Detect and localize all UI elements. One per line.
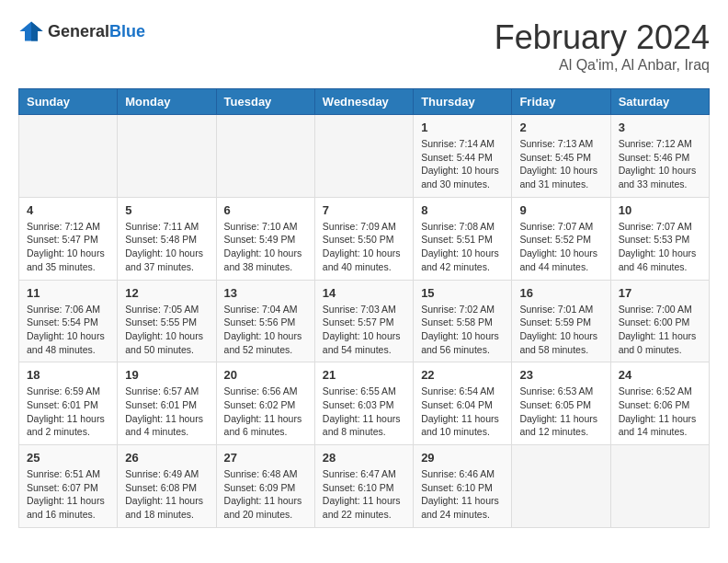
weekday-header-row: SundayMondayTuesdayWednesdayThursdayFrid… — [19, 89, 710, 115]
day-info: Sunrise: 7:00 AMSunset: 6:00 PMDaylight:… — [619, 303, 701, 357]
calendar-cell: 15Sunrise: 7:02 AMSunset: 5:58 PMDayligh… — [414, 280, 512, 362]
calendar-cell: 22Sunrise: 6:54 AMSunset: 6:04 PMDayligh… — [414, 362, 512, 445]
day-number: 23 — [519, 368, 602, 382]
day-info: Sunrise: 7:07 AMSunset: 5:53 PMDaylight:… — [619, 220, 701, 274]
calendar-cell: 12Sunrise: 7:05 AMSunset: 5:55 PMDayligh… — [118, 280, 216, 362]
calendar-cell: 17Sunrise: 7:00 AMSunset: 6:00 PMDayligh… — [610, 280, 709, 362]
calendar-cell: 5Sunrise: 7:11 AMSunset: 5:48 PMDaylight… — [118, 197, 216, 280]
day-info: Sunrise: 7:03 AMSunset: 5:57 PMDaylight:… — [323, 303, 405, 357]
day-number: 10 — [619, 203, 701, 217]
calendar-cell: 28Sunrise: 6:47 AMSunset: 6:10 PMDayligh… — [314, 445, 413, 528]
day-info: Sunrise: 6:52 AMSunset: 6:06 PMDaylight:… — [619, 385, 701, 439]
day-info: Sunrise: 7:04 AMSunset: 5:56 PMDaylight:… — [224, 303, 307, 357]
calendar-week-1: 1Sunrise: 7:14 AMSunset: 5:44 PMDaylight… — [19, 115, 710, 198]
calendar-cell: 7Sunrise: 7:09 AMSunset: 5:50 PMDaylight… — [314, 197, 413, 280]
day-info: Sunrise: 6:47 AMSunset: 6:10 PMDaylight:… — [323, 467, 405, 522]
month-title: February 2024 — [495, 18, 710, 57]
day-number: 29 — [421, 451, 504, 465]
calendar-cell — [512, 445, 610, 528]
day-info: Sunrise: 6:46 AMSunset: 6:10 PMDaylight:… — [421, 467, 504, 522]
calendar-week-2: 4Sunrise: 7:12 AMSunset: 5:47 PMDaylight… — [19, 197, 710, 280]
weekday-header-sunday: Sunday — [19, 89, 118, 115]
calendar-week-4: 18Sunrise: 6:59 AMSunset: 6:01 PMDayligh… — [19, 362, 710, 445]
calendar-cell — [610, 445, 709, 528]
calendar-cell: 6Sunrise: 7:10 AMSunset: 5:49 PMDaylight… — [216, 197, 314, 280]
day-number: 16 — [519, 286, 602, 300]
day-info: Sunrise: 6:56 AMSunset: 6:02 PMDaylight:… — [224, 385, 307, 439]
logo-icon — [18, 18, 44, 44]
day-number: 24 — [619, 368, 701, 382]
day-info: Sunrise: 6:54 AMSunset: 6:04 PMDaylight:… — [421, 385, 504, 439]
day-info: Sunrise: 6:51 AMSunset: 6:07 PMDaylight:… — [27, 467, 109, 522]
weekday-header-monday: Monday — [118, 89, 216, 115]
day-info: Sunrise: 7:07 AMSunset: 5:52 PMDaylight:… — [519, 220, 602, 274]
day-number: 5 — [125, 203, 208, 217]
day-number: 25 — [27, 451, 109, 465]
day-number: 20 — [224, 368, 307, 382]
calendar-cell: 3Sunrise: 7:12 AMSunset: 5:46 PMDaylight… — [610, 115, 709, 198]
day-info: Sunrise: 6:59 AMSunset: 6:01 PMDaylight:… — [27, 385, 109, 439]
day-info: Sunrise: 7:14 AMSunset: 5:44 PMDaylight:… — [421, 137, 504, 191]
calendar-cell: 14Sunrise: 7:03 AMSunset: 5:57 PMDayligh… — [314, 280, 413, 362]
day-number: 12 — [125, 286, 208, 300]
logo: GeneralBlue — [18, 18, 145, 44]
day-number: 17 — [619, 286, 701, 300]
day-info: Sunrise: 7:05 AMSunset: 5:55 PMDaylight:… — [125, 303, 208, 357]
weekday-header-friday: Friday — [512, 89, 610, 115]
calendar-cell: 24Sunrise: 6:52 AMSunset: 6:06 PMDayligh… — [610, 362, 709, 445]
day-number: 18 — [27, 368, 109, 382]
day-number: 9 — [519, 203, 602, 217]
calendar-cell — [19, 115, 118, 198]
location-subtitle: Al Qa'im, Al Anbar, Iraq — [495, 57, 710, 74]
day-info: Sunrise: 7:01 AMSunset: 5:59 PMDaylight:… — [519, 303, 602, 357]
day-number: 21 — [323, 368, 405, 382]
day-number: 8 — [421, 203, 504, 217]
day-info: Sunrise: 6:48 AMSunset: 6:09 PMDaylight:… — [224, 467, 307, 522]
day-number: 7 — [323, 203, 405, 217]
calendar-cell: 27Sunrise: 6:48 AMSunset: 6:09 PMDayligh… — [216, 445, 314, 528]
calendar-cell: 29Sunrise: 6:46 AMSunset: 6:10 PMDayligh… — [414, 445, 512, 528]
day-number: 28 — [323, 451, 405, 465]
calendar-cell: 21Sunrise: 6:55 AMSunset: 6:03 PMDayligh… — [314, 362, 413, 445]
weekday-header-saturday: Saturday — [610, 89, 709, 115]
calendar-cell: 26Sunrise: 6:49 AMSunset: 6:08 PMDayligh… — [118, 445, 216, 528]
day-number: 3 — [619, 121, 701, 134]
calendar-cell: 4Sunrise: 7:12 AMSunset: 5:47 PMDaylight… — [19, 197, 118, 280]
page-header: GeneralBlue February 2024 Al Qa'im, Al A… — [18, 18, 710, 74]
svg-marker-1 — [31, 22, 43, 41]
day-info: Sunrise: 6:57 AMSunset: 6:01 PMDaylight:… — [125, 385, 208, 439]
day-info: Sunrise: 6:53 AMSunset: 6:05 PMDaylight:… — [519, 385, 602, 439]
calendar-cell: 1Sunrise: 7:14 AMSunset: 5:44 PMDaylight… — [414, 115, 512, 198]
calendar-cell — [216, 115, 314, 198]
calendar-cell: 20Sunrise: 6:56 AMSunset: 6:02 PMDayligh… — [216, 362, 314, 445]
day-number: 19 — [125, 368, 208, 382]
day-info: Sunrise: 7:12 AMSunset: 5:47 PMDaylight:… — [27, 220, 109, 274]
calendar-cell: 23Sunrise: 6:53 AMSunset: 6:05 PMDayligh… — [512, 362, 610, 445]
day-number: 27 — [224, 451, 307, 465]
day-number: 15 — [421, 286, 504, 300]
calendar-cell: 13Sunrise: 7:04 AMSunset: 5:56 PMDayligh… — [216, 280, 314, 362]
calendar-cell: 8Sunrise: 7:08 AMSunset: 5:51 PMDaylight… — [414, 197, 512, 280]
day-number: 6 — [224, 203, 307, 217]
weekday-header-thursday: Thursday — [414, 89, 512, 115]
day-info: Sunrise: 6:55 AMSunset: 6:03 PMDaylight:… — [323, 385, 405, 439]
calendar-table: SundayMondayTuesdayWednesdayThursdayFrid… — [18, 88, 710, 528]
day-number: 14 — [323, 286, 405, 300]
calendar-cell: 16Sunrise: 7:01 AMSunset: 5:59 PMDayligh… — [512, 280, 610, 362]
calendar-cell: 11Sunrise: 7:06 AMSunset: 5:54 PMDayligh… — [19, 280, 118, 362]
day-number: 4 — [27, 203, 109, 217]
calendar-cell: 10Sunrise: 7:07 AMSunset: 5:53 PMDayligh… — [610, 197, 709, 280]
day-info: Sunrise: 7:02 AMSunset: 5:58 PMDaylight:… — [421, 303, 504, 357]
day-number: 13 — [224, 286, 307, 300]
day-info: Sunrise: 6:49 AMSunset: 6:08 PMDaylight:… — [125, 467, 208, 522]
logo-text: GeneralBlue — [48, 22, 145, 41]
calendar-cell — [118, 115, 216, 198]
day-number: 22 — [421, 368, 504, 382]
calendar-week-5: 25Sunrise: 6:51 AMSunset: 6:07 PMDayligh… — [19, 445, 710, 528]
day-info: Sunrise: 7:06 AMSunset: 5:54 PMDaylight:… — [27, 303, 109, 357]
day-number: 11 — [27, 286, 109, 300]
calendar-cell — [314, 115, 413, 198]
day-number: 26 — [125, 451, 208, 465]
calendar-cell: 9Sunrise: 7:07 AMSunset: 5:52 PMDaylight… — [512, 197, 610, 280]
calendar-cell: 25Sunrise: 6:51 AMSunset: 6:07 PMDayligh… — [19, 445, 118, 528]
